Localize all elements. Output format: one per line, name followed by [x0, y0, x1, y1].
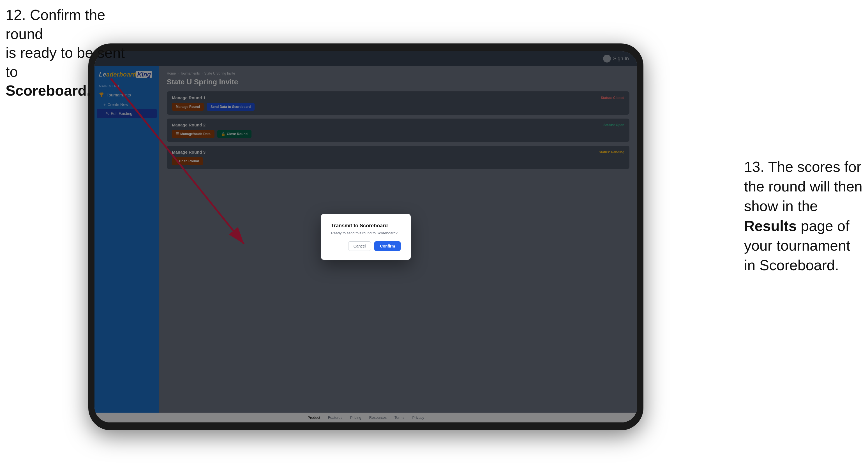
ann-right-line2: the round will then: [744, 178, 862, 194]
annotation-line3: Scoreboard.: [6, 83, 91, 99]
confirm-button[interactable]: Confirm: [374, 241, 401, 251]
annotation-line1: 12. Confirm the round: [6, 7, 105, 42]
cancel-button[interactable]: Cancel: [348, 241, 371, 251]
modal-box: Transmit to Scoreboard Ready to send thi…: [321, 214, 411, 260]
modal-overlay: Transmit to Scoreboard Ready to send thi…: [159, 66, 637, 413]
ann-right-line5: your tournament: [744, 238, 850, 254]
modal-subtitle: Ready to send this round to Scoreboard?: [331, 231, 401, 235]
tablet-frame: Sign In LeaderboardKing MAIN MENU 🏆 Tour…: [88, 43, 644, 430]
modal-actions: Cancel Confirm: [331, 241, 401, 251]
ann-right-line4r: page of: [797, 218, 849, 234]
main-content: Home › Tournaments › State U Spring Invi…: [159, 66, 637, 413]
ann-right-line4b: Results: [744, 218, 797, 234]
app-layout: LeaderboardKing MAIN MENU 🏆 Tournaments …: [94, 66, 637, 413]
ann-right-line3: show in the: [744, 198, 818, 214]
ann-right-line1: 13. The scores for: [744, 159, 861, 175]
ann-right-line6: in Scoreboard.: [744, 257, 839, 273]
modal-title: Transmit to Scoreboard: [331, 223, 401, 229]
tablet-screen: Sign In LeaderboardKing MAIN MENU 🏆 Tour…: [94, 51, 637, 423]
annotation-right: 13. The scores for the round will then s…: [744, 157, 862, 275]
